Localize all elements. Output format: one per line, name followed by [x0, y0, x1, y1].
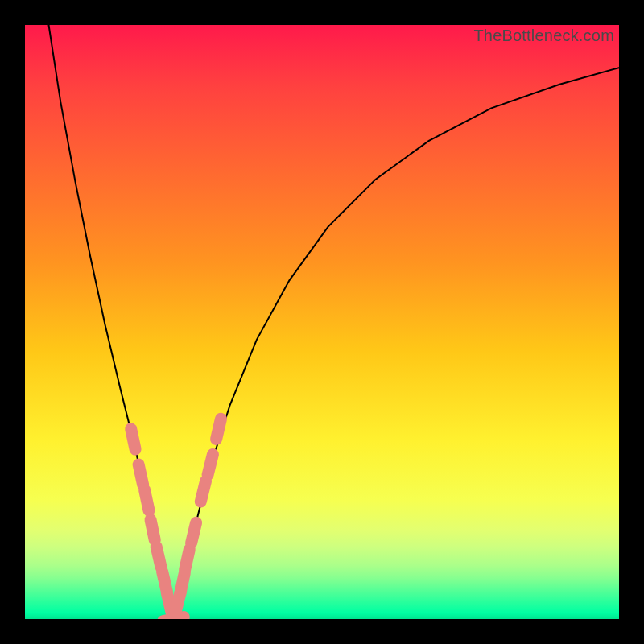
- plot-area: TheBottleneck.com: [25, 25, 619, 619]
- sample-point-marker: [200, 481, 205, 502]
- curve-group: [49, 25, 620, 619]
- sample-point-marker: [192, 522, 196, 543]
- sample-point-marker: [180, 573, 185, 593]
- marker-group: [131, 419, 221, 619]
- sample-point-marker: [138, 464, 143, 485]
- sample-point-marker: [145, 490, 149, 510]
- sample-point-marker: [156, 547, 161, 567]
- sample-point-marker: [151, 520, 155, 540]
- sample-point-marker: [208, 455, 213, 475]
- sample-point-marker: [131, 429, 136, 449]
- curve-right-path: [174, 68, 620, 619]
- sample-point-marker: [217, 419, 221, 439]
- sample-point-marker: [163, 617, 184, 620]
- chart-svg: [25, 25, 619, 619]
- chart-root: TheBottleneck.com: [0, 0, 644, 644]
- sample-point-marker: [185, 550, 190, 570]
